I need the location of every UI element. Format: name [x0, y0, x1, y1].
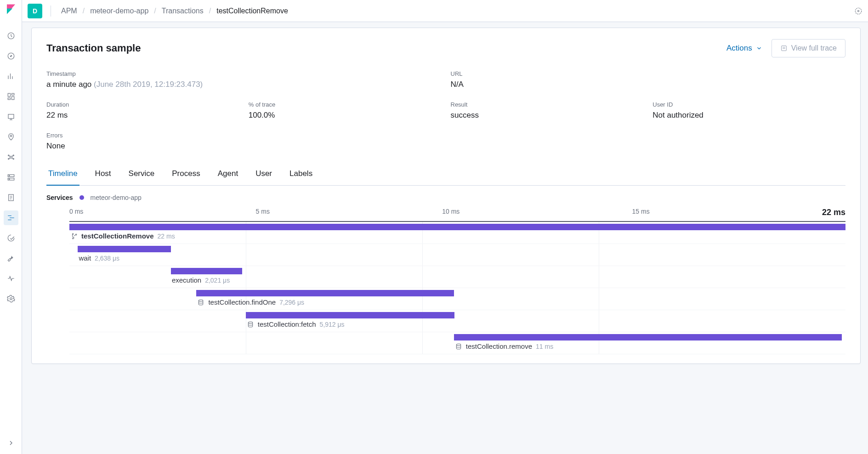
- svg-rect-24: [781, 46, 786, 51]
- summary-duration: Duration 22 ms: [46, 101, 239, 120]
- breadcrumb-service[interactable]: meteor-demo-app: [90, 7, 148, 15]
- span-name: testCollection.findOne: [208, 298, 276, 306]
- span-row[interactable]: testCollection.remove11 ms: [69, 332, 845, 354]
- tabs: TimelineHostServiceProcessAgentUserLabel…: [46, 162, 845, 186]
- nav-monitoring-icon[interactable]: [4, 271, 18, 286]
- db-icon: [455, 343, 462, 350]
- breadcrumb-separator: /: [154, 7, 156, 15]
- tab-labels[interactable]: Labels: [288, 165, 314, 185]
- span-bar: [78, 246, 171, 252]
- actions-dropdown[interactable]: Actions: [726, 44, 762, 53]
- span-bar: [69, 224, 845, 230]
- waterfall: testCollectionRemove22 mswait2,638 μsexe…: [69, 222, 845, 354]
- duration-value: 22 ms: [46, 111, 239, 120]
- span-label: testCollection.findOne7,296 μs: [197, 298, 304, 306]
- nav-apm-icon[interactable]: [4, 210, 18, 225]
- trace-icon: [780, 45, 788, 52]
- services-label: Services: [46, 194, 73, 201]
- errors-value: None: [46, 142, 239, 151]
- summary-label: User ID: [652, 101, 845, 108]
- span-duration: 5,912 μs: [320, 321, 345, 328]
- svg-point-26: [248, 322, 252, 323]
- services-legend: Services meteor-demo-app: [46, 194, 845, 201]
- view-full-trace-button[interactable]: View full trace: [772, 39, 845, 57]
- svg-rect-7: [11, 96, 14, 100]
- axis-tick: 0 ms: [69, 208, 83, 217]
- tab-service[interactable]: Service: [127, 165, 157, 185]
- tab-process[interactable]: Process: [170, 165, 202, 185]
- summary-label: Duration: [46, 101, 239, 108]
- nav-management-icon[interactable]: [4, 291, 18, 306]
- nav-dashboard-icon[interactable]: [4, 89, 18, 104]
- nav-uptime-icon[interactable]: [4, 231, 18, 245]
- summary-url: URL N/A: [451, 70, 846, 89]
- svg-point-18: [9, 176, 10, 176]
- span-row[interactable]: testCollectionRemove22 ms: [69, 222, 845, 244]
- nav-devtools-icon[interactable]: [4, 251, 18, 266]
- space-selector[interactable]: D: [28, 4, 42, 18]
- span-bar: [196, 290, 454, 296]
- nav-visualize-icon[interactable]: [4, 69, 18, 84]
- svg-point-11: [10, 156, 12, 159]
- trace-pct-value: 100.0%: [249, 111, 442, 120]
- summary-label: % of trace: [249, 101, 442, 108]
- span-label: wait2,638 μs: [79, 254, 119, 262]
- svg-marker-4: [10, 55, 12, 57]
- svg-point-19: [9, 179, 10, 180]
- nav-discover-icon[interactable]: [4, 49, 18, 63]
- svg-point-12: [8, 155, 9, 156]
- view-full-trace-label: View full trace: [791, 44, 837, 52]
- breadcrumb-apm[interactable]: APM: [61, 7, 77, 15]
- svg-point-14: [8, 159, 9, 159]
- summary-timestamp: Timestamp a minute ago (June 28th 2019, …: [46, 70, 442, 89]
- span-name: testCollection:fetch: [258, 320, 316, 328]
- svg-rect-9: [8, 114, 14, 119]
- db-icon: [247, 321, 254, 328]
- kibana-logo[interactable]: [6, 4, 17, 15]
- svg-rect-5: [8, 93, 10, 96]
- nav-canvas-icon[interactable]: [4, 109, 18, 124]
- span-row[interactable]: execution2,021 μs: [69, 266, 845, 288]
- svg-rect-6: [11, 93, 14, 95]
- summary-trace-pct: % of trace 100.0%: [249, 101, 442, 120]
- span-row[interactable]: wait2,638 μs: [69, 244, 845, 266]
- span-label: testCollection:fetch5,912 μs: [247, 320, 345, 328]
- left-nav: [0, 0, 22, 454]
- collapse-sidebar-icon[interactable]: [4, 436, 18, 450]
- span-bar: [171, 268, 242, 274]
- svg-point-15: [13, 159, 14, 159]
- span-bar: [246, 312, 454, 318]
- breadcrumb-separator: /: [83, 7, 85, 15]
- chevron-down-icon: [756, 45, 762, 51]
- nav-ml-icon[interactable]: [4, 150, 18, 165]
- span-row[interactable]: testCollection.findOne7,296 μs: [69, 288, 845, 310]
- tab-user[interactable]: User: [254, 165, 274, 185]
- span-duration: 2,638 μs: [95, 255, 119, 262]
- nav-maps-icon[interactable]: [4, 130, 18, 144]
- span-label: execution2,021 μs: [172, 276, 230, 284]
- nav-logs-icon[interactable]: [4, 190, 18, 205]
- tab-agent[interactable]: Agent: [216, 165, 240, 185]
- time-picker-icon[interactable]: [854, 7, 862, 15]
- axis-tick: 10 ms: [442, 208, 460, 217]
- axis-tick: 5 ms: [256, 208, 270, 217]
- svg-point-13: [13, 155, 14, 156]
- span-label: testCollectionRemove22 ms: [70, 232, 175, 240]
- timeline-axis: 0 ms5 ms10 ms15 ms22 ms: [69, 208, 845, 222]
- summary-userid: User ID Not authorized: [652, 101, 845, 120]
- summary-label: Errors: [46, 132, 239, 139]
- span-duration: 2,021 μs: [205, 277, 230, 284]
- topbar: D APM / meteor-demo-app / Transactions /…: [22, 0, 868, 22]
- actions-label: Actions: [726, 44, 752, 53]
- svg-point-23: [858, 10, 859, 11]
- breadcrumb-transactions[interactable]: Transactions: [162, 7, 204, 15]
- span-row[interactable]: testCollection:fetch5,912 μs: [69, 310, 845, 332]
- nav-infra-icon[interactable]: [4, 170, 18, 185]
- span-name: testCollectionRemove: [81, 232, 154, 240]
- content: Transaction sample Actions View full tra…: [22, 22, 868, 454]
- nav-recent-icon[interactable]: [4, 28, 18, 43]
- summary-grid: Timestamp a minute ago (June 28th 2019, …: [46, 70, 845, 151]
- tab-timeline[interactable]: Timeline: [46, 165, 79, 186]
- tab-host[interactable]: Host: [93, 165, 113, 185]
- svg-point-27: [456, 344, 460, 346]
